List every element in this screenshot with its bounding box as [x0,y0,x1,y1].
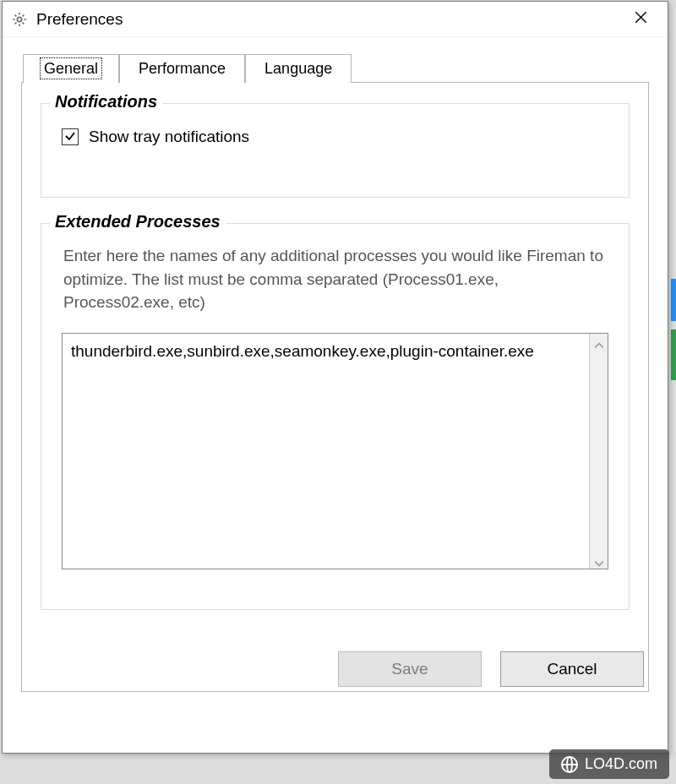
group-legend-extended: Extended Processes [50,212,226,231]
cancel-button[interactable]: Cancel [500,651,644,687]
tab-label: Performance [139,60,226,77]
button-label: Cancel [547,660,597,678]
check-icon [64,128,76,146]
watermark-text: LO4D.com [585,755,657,773]
tab-label: General [42,60,100,77]
scroll-up-icon [594,337,604,347]
group-notifications: Notifications Show tray notifications [41,103,630,198]
extended-processes-input[interactable] [63,334,589,569]
extended-processes-field-wrap [62,333,608,569]
show-tray-label: Show tray notifications [89,128,249,146]
close-button[interactable] [620,6,661,33]
group-legend-notifications: Notifications [50,92,162,112]
scrollbar[interactable] [589,334,608,569]
client-area: General Performance Language Notificatio… [3,37,668,700]
tab-label: Language [264,60,332,77]
globe-icon [561,756,578,773]
watermark: LO4D.com [549,749,669,779]
bg-decoration [671,329,676,380]
close-icon [635,10,647,28]
tab-performance[interactable]: Performance [119,54,245,83]
scroll-down-icon [594,555,604,565]
tab-panel-general: Notifications Show tray notifications [21,82,649,692]
screenshot-canvas: Preferences General Performance [0,0,676,784]
tabs: General Performance Language [23,51,649,83]
show-tray-row: Show tray notifications [60,122,610,158]
tab-general[interactable]: General [23,54,119,84]
show-tray-checkbox[interactable] [62,128,79,145]
tab-language[interactable]: Language [245,54,352,83]
svg-point-0 [17,17,21,21]
button-label: Save [391,660,428,678]
save-button[interactable]: Save [338,651,482,687]
preferences-window: Preferences General Performance [2,1,668,754]
window-title: Preferences [36,10,123,29]
extended-description: Enter here the names of any additional p… [63,244,607,314]
gear-icon [11,11,28,28]
bg-decoration [671,279,676,321]
titlebar[interactable]: Preferences [3,2,668,37]
group-extended-processes: Extended Processes Enter here the names … [41,223,630,610]
dialog-buttons: Save Cancel [338,651,644,687]
